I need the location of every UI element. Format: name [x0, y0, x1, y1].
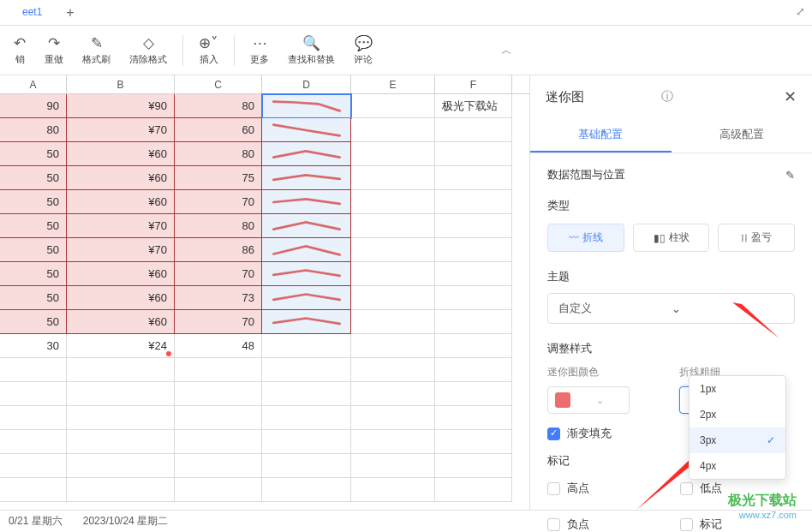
low-checkbox[interactable]: [680, 482, 693, 495]
col-header[interactable]: E: [351, 75, 435, 93]
cell[interactable]: 70: [175, 262, 262, 286]
cell[interactable]: ¥90: [67, 94, 175, 118]
cell[interactable]: [435, 190, 512, 214]
edit-range-icon[interactable]: ✎: [785, 169, 795, 182]
add-sheet-button[interactable]: +: [57, 5, 82, 21]
cell[interactable]: [351, 190, 435, 214]
cell[interactable]: 80: [175, 142, 262, 166]
cell[interactable]: [67, 478, 175, 502]
cell[interactable]: [435, 406, 512, 430]
format-painter-button[interactable]: ✎格式刷: [74, 28, 119, 73]
cell[interactable]: [351, 94, 435, 118]
cell[interactable]: [67, 382, 175, 406]
sparkline-cell[interactable]: [262, 166, 351, 190]
cell[interactable]: [351, 118, 435, 142]
cell[interactable]: [435, 286, 512, 310]
close-icon[interactable]: ✕: [784, 87, 797, 106]
weight-option[interactable]: 3px✓: [690, 427, 785, 453]
cell[interactable]: 80: [175, 94, 262, 118]
high-checkbox[interactable]: [547, 482, 560, 495]
cell[interactable]: [351, 478, 435, 502]
cell[interactable]: [262, 406, 351, 430]
color-picker[interactable]: ⌄: [547, 386, 630, 414]
spreadsheet-area[interactable]: A B C D E F 90¥9080极光下载站80¥706050¥608050…: [0, 75, 529, 510]
cell[interactable]: [262, 382, 351, 406]
cell[interactable]: [0, 430, 67, 454]
sparkline-cell[interactable]: [262, 310, 351, 334]
cell[interactable]: [351, 310, 435, 334]
cell[interactable]: ¥70: [67, 118, 175, 142]
cell[interactable]: [262, 358, 351, 382]
col-header[interactable]: F: [435, 75, 512, 93]
type-winloss-button[interactable]: ⁞⁞盈亏: [718, 224, 795, 252]
cell[interactable]: 70: [175, 310, 262, 334]
cell[interactable]: 50: [0, 262, 67, 286]
sparkline-cell[interactable]: [262, 262, 351, 286]
weight-option[interactable]: 1px: [690, 376, 785, 402]
cell[interactable]: [435, 166, 512, 190]
cell[interactable]: [351, 286, 435, 310]
cell[interactable]: [351, 382, 435, 406]
cell[interactable]: 80: [175, 214, 262, 238]
cell[interactable]: [175, 382, 262, 406]
cell[interactable]: [435, 214, 512, 238]
type-bar-button[interactable]: ▮▯柱状: [633, 224, 710, 252]
sheet-tab[interactable]: eet1: [7, 0, 57, 26]
cell[interactable]: [0, 406, 67, 430]
neg-checkbox[interactable]: [547, 518, 560, 531]
cell[interactable]: 86: [175, 238, 262, 262]
cell[interactable]: [435, 430, 512, 454]
cell[interactable]: [175, 358, 262, 382]
cell[interactable]: [175, 478, 262, 502]
cell[interactable]: [351, 166, 435, 190]
sparkline-cell[interactable]: [262, 94, 351, 118]
redo-button[interactable]: ↷重做: [36, 28, 72, 73]
cell[interactable]: [351, 406, 435, 430]
tab-basic-config[interactable]: 基础配置: [530, 118, 672, 152]
cell[interactable]: 70: [175, 190, 262, 214]
cell[interactable]: ¥70: [67, 214, 175, 238]
cell[interactable]: 30: [0, 334, 67, 358]
info-icon[interactable]: ⓘ: [661, 89, 673, 105]
cell[interactable]: ¥60: [67, 262, 175, 286]
cell[interactable]: [435, 310, 512, 334]
cell[interactable]: 60: [175, 118, 262, 142]
cell[interactable]: [0, 478, 67, 502]
gradient-checkbox[interactable]: [547, 427, 560, 440]
cell[interactable]: [435, 262, 512, 286]
cell[interactable]: 50: [0, 286, 67, 310]
expand-icon[interactable]: ⤢: [796, 5, 805, 18]
cell[interactable]: [435, 118, 512, 142]
sparkline-cell[interactable]: [262, 118, 351, 142]
sparkline-cell[interactable]: [262, 142, 351, 166]
sparkline-cell[interactable]: [262, 214, 351, 238]
cell[interactable]: [67, 430, 175, 454]
cell[interactable]: [351, 262, 435, 286]
cell[interactable]: [351, 238, 435, 262]
cell[interactable]: [0, 454, 67, 478]
insert-button[interactable]: ⊕˅插入: [190, 28, 227, 73]
cell[interactable]: [435, 358, 512, 382]
cell[interactable]: [0, 382, 67, 406]
tab-advanced-config[interactable]: 高级配置: [672, 118, 813, 152]
cell[interactable]: ¥60: [67, 286, 175, 310]
undo-button[interactable]: ↶销: [5, 28, 34, 73]
cell[interactable]: [67, 406, 175, 430]
cell[interactable]: 90: [0, 94, 67, 118]
cell[interactable]: 50: [0, 238, 67, 262]
cell[interactable]: [435, 382, 512, 406]
cell[interactable]: [435, 142, 512, 166]
cell[interactable]: 48: [175, 334, 262, 358]
cell[interactable]: 50: [0, 310, 67, 334]
sparkline-cell[interactable]: [262, 190, 351, 214]
cell[interactable]: [0, 358, 67, 382]
cell[interactable]: ¥60: [67, 190, 175, 214]
sparkline-cell[interactable]: [262, 238, 351, 262]
cell[interactable]: 80: [0, 118, 67, 142]
comment-button[interactable]: 💬评论: [345, 28, 381, 73]
cell[interactable]: ¥60: [67, 310, 175, 334]
cell[interactable]: [435, 334, 512, 358]
cell[interactable]: [351, 430, 435, 454]
cell[interactable]: [262, 454, 351, 478]
clear-format-button[interactable]: ◇清除格式: [121, 28, 176, 73]
